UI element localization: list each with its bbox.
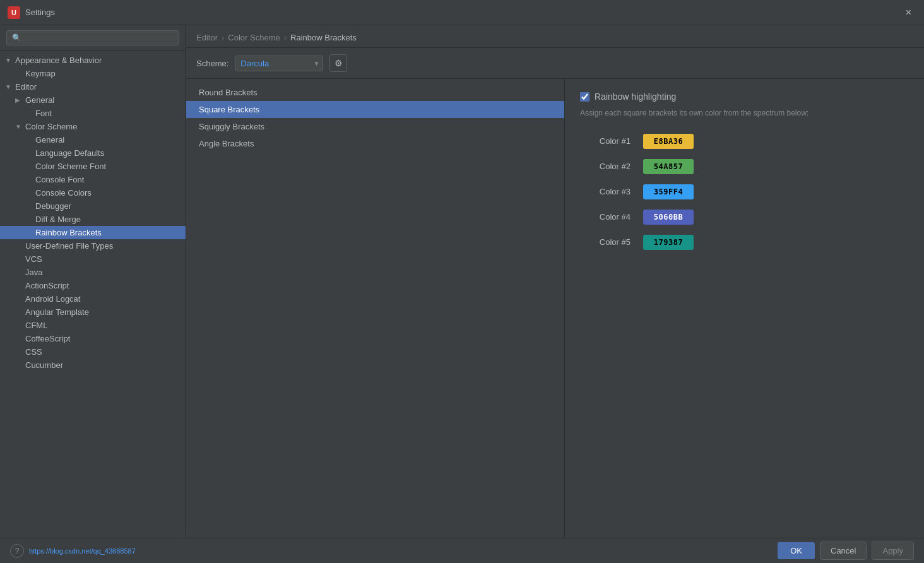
sidebar-item-label: General <box>25 95 54 105</box>
bottom-left: ? https://blog.csdn.net/qq_43688587 <box>10 544 136 558</box>
bottom-bar: ? https://blog.csdn.net/qq_43688587 OK C… <box>0 538 924 563</box>
breadcrumb-item-2: Rainbow Brackets <box>290 33 357 42</box>
scheme-select[interactable]: DarculaDefaultHigh Contrast <box>235 56 323 71</box>
bottom-right: OK Cancel Apply <box>778 542 914 560</box>
color-swatch[interactable]: 5060BB <box>643 210 694 225</box>
close-button[interactable]: × <box>901 4 916 21</box>
color-row: Color #3 359FF4 <box>580 184 909 199</box>
sidebar-item-actionscript[interactable]: ActionScript <box>0 279 186 292</box>
sidebar-item-java[interactable]: Java <box>0 266 186 279</box>
color-label: Color #1 <box>580 136 631 146</box>
split-pane: Round BracketsSquare BracketsSquiggly Br… <box>186 79 924 538</box>
expand-icon: ▼ <box>5 83 13 90</box>
sidebar-item-label: Diff & Merge <box>35 215 81 224</box>
sidebar-item-label: Language Defaults <box>35 148 104 158</box>
search-input[interactable] <box>6 30 179 45</box>
sidebar-item-general[interactable]: ▶General <box>0 93 186 107</box>
color-row: Color #2 54A857 <box>580 159 909 174</box>
color-label: Color #2 <box>580 162 631 171</box>
sidebar-item-cs-console-font[interactable]: Console Font <box>0 173 186 186</box>
sidebar-item-label: VCS <box>25 254 42 264</box>
color-label: Color #5 <box>580 237 631 247</box>
sidebar-item-label: Color Scheme <box>25 122 77 131</box>
sidebar-item-cs-diff[interactable]: Diff & Merge <box>0 213 186 226</box>
sidebar-item-label: Color Scheme Font <box>35 162 106 171</box>
main-container: ▼Appearance & BehaviorKeymap▼Editor▶Gene… <box>0 25 924 538</box>
rainbow-settings-panel: Rainbow highlighting Assign each square … <box>565 79 924 538</box>
sidebar-item-label: Android Logcat <box>25 294 80 304</box>
apply-button[interactable]: Apply <box>872 542 914 560</box>
sidebar-item-label: Console Colors <box>35 188 92 198</box>
color-swatch[interactable]: 359FF4 <box>643 184 694 199</box>
sidebar-item-cfml[interactable]: CFML <box>0 319 186 332</box>
sidebar-item-cucumber[interactable]: Cucumber <box>0 359 186 372</box>
sidebar-item-label: ActionScript <box>25 281 69 290</box>
breadcrumb-item-1: Color Scheme <box>228 33 280 42</box>
color-label: Color #4 <box>580 212 631 222</box>
gear-button[interactable]: ⚙ <box>329 54 347 72</box>
sidebar-item-label: CoffeeScript <box>25 334 70 343</box>
bracket-type-round[interactable]: Round Brackets <box>186 84 564 101</box>
expand-icon: ▼ <box>5 57 13 64</box>
sidebar-item-color-scheme[interactable]: ▼Color Scheme <box>0 120 186 133</box>
sidebar-item-appearance[interactable]: ▼Appearance & Behavior <box>0 54 186 67</box>
rainbow-description: Assign each square brackets its own colo… <box>580 108 909 119</box>
sidebar-item-font[interactable]: Font <box>0 107 186 120</box>
sidebar-item-cs-general[interactable]: General <box>0 133 186 146</box>
rainbow-header: Rainbow highlighting <box>580 92 909 102</box>
color-swatch[interactable]: 54A857 <box>643 159 694 174</box>
sidebar-item-label: Cucumber <box>25 360 63 370</box>
sidebar-item-coffeescript[interactable]: CoffeeScript <box>0 332 186 345</box>
sidebar-item-cs-console-colors[interactable]: Console Colors <box>0 186 186 199</box>
bracket-type-squiggly[interactable]: Squiggly Brackets <box>186 118 564 135</box>
sidebar-item-label: Angular Template <box>25 307 89 317</box>
breadcrumb-item-0: Editor <box>196 33 218 42</box>
sidebar-item-label: CSS <box>25 347 42 357</box>
color-row: Color #5 179387 <box>580 235 909 250</box>
sidebar-item-label: Font <box>35 109 52 118</box>
search-box <box>0 25 186 51</box>
sidebar-item-label: CFML <box>25 321 47 330</box>
cancel-button[interactable]: Cancel <box>820 542 867 560</box>
scheme-label: Scheme: <box>196 59 228 68</box>
ok-button[interactable]: OK <box>778 542 815 559</box>
scheme-select-wrapper: DarculaDefaultHigh Contrast ▼ <box>235 56 323 71</box>
sidebar-item-label: Keymap <box>25 69 56 78</box>
sidebar-item-cs-font[interactable]: Color Scheme Font <box>0 160 186 173</box>
color-rows: Color #1 E8BA36 Color #2 54A857 Color #3… <box>580 134 909 250</box>
sidebar-item-cs-rainbow[interactable]: Rainbow Brackets <box>0 226 186 239</box>
sidebar-item-vcs[interactable]: VCS <box>0 252 186 266</box>
sidebar-item-user-file-types[interactable]: User-Defined File Types <box>0 239 186 252</box>
sidebar-item-cs-language[interactable]: Language Defaults <box>0 146 186 160</box>
bottom-link[interactable]: https://blog.csdn.net/qq_43688587 <box>29 547 136 555</box>
breadcrumb-separator: › <box>222 33 224 42</box>
sidebar-item-css[interactable]: CSS <box>0 345 186 359</box>
scheme-row: Scheme: DarculaDefaultHigh Contrast ▼ ⚙ <box>186 48 924 79</box>
bracket-type-square[interactable]: Square Brackets <box>186 101 564 118</box>
breadcrumb-separator: › <box>284 33 287 42</box>
bracket-list-panel: Round BracketsSquare BracketsSquiggly Br… <box>186 79 565 538</box>
sidebar-item-label: Rainbow Brackets <box>35 228 102 237</box>
rainbow-checkbox[interactable] <box>580 92 589 102</box>
color-swatch[interactable]: E8BA36 <box>643 134 694 149</box>
sidebar-item-angular-template[interactable]: Angular Template <box>0 305 186 319</box>
sidebar-item-editor[interactable]: ▼Editor <box>0 80 186 93</box>
sidebar-item-keymap[interactable]: Keymap <box>0 67 186 80</box>
window-title: Settings <box>25 8 901 17</box>
color-swatch[interactable]: 179387 <box>643 235 694 250</box>
color-row: Color #4 5060BB <box>580 210 909 225</box>
sidebar-tree: ▼Appearance & BehaviorKeymap▼Editor▶Gene… <box>0 51 186 538</box>
sidebar-item-label: Java <box>25 268 42 277</box>
app-icon: U <box>8 6 20 19</box>
expand-icon: ▶ <box>15 97 23 104</box>
sidebar-item-label: User-Defined File Types <box>25 241 113 251</box>
color-label: Color #3 <box>580 187 631 196</box>
help-button[interactable]: ? <box>10 544 24 558</box>
sidebar-item-label: Debugger <box>35 201 71 211</box>
expand-icon: ▼ <box>15 123 23 130</box>
sidebar: ▼Appearance & BehaviorKeymap▼Editor▶Gene… <box>0 25 186 538</box>
sidebar-item-cs-debugger[interactable]: Debugger <box>0 199 186 213</box>
bracket-type-angle[interactable]: Angle Brackets <box>186 135 564 152</box>
rainbow-title: Rainbow highlighting <box>595 92 676 102</box>
sidebar-item-android-logcat[interactable]: Android Logcat <box>0 292 186 305</box>
